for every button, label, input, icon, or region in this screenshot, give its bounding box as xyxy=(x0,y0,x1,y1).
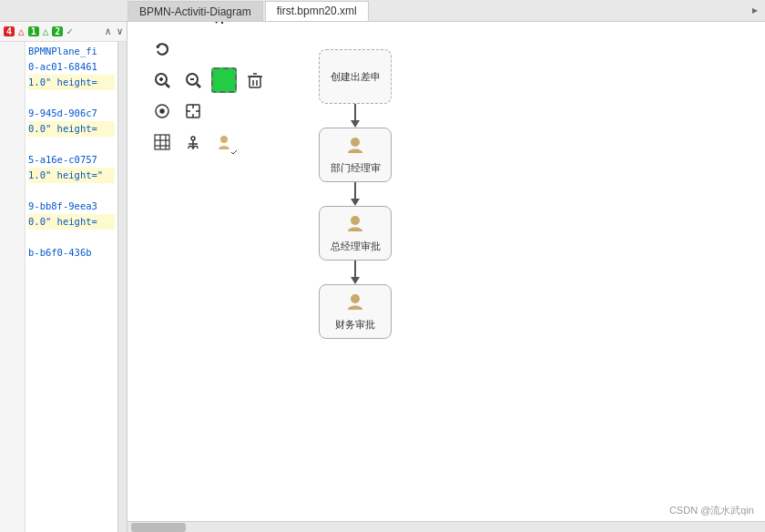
error-badge: 4 xyxy=(4,26,15,36)
focus-button[interactable] xyxy=(180,98,206,124)
bottom-scrollbar[interactable] xyxy=(128,521,765,532)
xml-editor-panel: 4 △ 1 △ 2 ✓ ∧ ∨ xyxy=(0,22,128,532)
user-icon-1 xyxy=(345,135,365,159)
svg-point-26 xyxy=(191,137,195,140)
toolbar-row-2 xyxy=(149,67,268,93)
code-line-6: 0.0" height= xyxy=(28,121,115,137)
grid-button[interactable] xyxy=(149,129,175,155)
expand-button[interactable] xyxy=(204,22,230,35)
vertical-scrollbar[interactable] xyxy=(117,42,127,532)
zoom-in-button[interactable] xyxy=(149,67,175,93)
node-dept-mgr-label: 部门经理审 xyxy=(331,161,381,175)
code-line-10 xyxy=(28,183,115,199)
node-create-trip-label: 创建出差申 xyxy=(331,70,381,84)
node-create-trip[interactable]: 创建出差申 xyxy=(319,49,392,104)
diagram-toolbar xyxy=(149,36,268,155)
scrollbar-thumb[interactable] xyxy=(131,523,186,532)
diagram-panel: 创建出差申 部门经理审 xyxy=(128,22,765,532)
svg-point-14 xyxy=(160,109,164,113)
error-triangle: △ xyxy=(18,26,25,37)
code-line-5: 9-945d-906c7 xyxy=(28,106,115,121)
svg-rect-7 xyxy=(217,73,231,87)
code-line-2: 0-ac01-68461 xyxy=(28,59,115,75)
tab-xml-file[interactable]: first.bpmn20.xml xyxy=(265,1,369,21)
svg-point-29 xyxy=(220,136,228,143)
node-general-mgr[interactable]: 总经理审批 xyxy=(319,206,392,261)
node-dept-mgr[interactable]: 部门经理审 xyxy=(319,128,392,182)
node-finance[interactable]: 财务审批 xyxy=(319,284,392,339)
svg-point-32 xyxy=(351,294,360,303)
code-line-8: 5-a16e-c0757 xyxy=(28,152,115,168)
user-icon-3 xyxy=(345,292,365,316)
code-line-7 xyxy=(28,137,115,152)
delete-button[interactable] xyxy=(242,67,268,93)
main-layout: 4 △ 1 △ 2 ✓ ∧ ∨ xyxy=(0,22,765,532)
code-line-12: 0.0" height= xyxy=(28,214,115,230)
node-finance-label: 财务审批 xyxy=(335,318,375,332)
arrow-1 xyxy=(349,104,362,128)
toolbar-row-3 xyxy=(149,98,268,124)
svg-line-20 xyxy=(216,22,222,23)
arrow-3 xyxy=(349,261,362,284)
select-button[interactable] xyxy=(211,67,237,93)
fit-button[interactable] xyxy=(149,98,175,124)
code-line-13 xyxy=(28,230,115,245)
tab-bpmn-diagram[interactable]: BPMN-Activiti-Diagram xyxy=(128,1,263,21)
zoom-out-button[interactable] xyxy=(180,67,206,93)
user-icon-2 xyxy=(345,213,365,238)
code-line-4 xyxy=(28,90,115,106)
code-line-1: BPMNPlane_fi xyxy=(28,44,115,59)
tab-bar: BPMN-Activiti-Diagram first.bpmn20.xml ▸ xyxy=(0,0,765,22)
tab-scroll-arrow[interactable]: ▸ xyxy=(752,4,758,16)
user-assign-button[interactable] xyxy=(211,129,237,155)
watermark: CSDN @流水武qin xyxy=(669,504,754,517)
flow-diagram: 创建出差申 部门经理审 xyxy=(319,49,392,339)
node-general-mgr-label: 总经理审批 xyxy=(331,240,381,253)
svg-line-3 xyxy=(166,84,169,87)
svg-point-30 xyxy=(351,138,360,147)
xml-code-area[interactable]: BPMNPlane_fi 0-ac01-68461 1.0" height= 9… xyxy=(0,42,127,532)
arrow-2 xyxy=(349,182,362,206)
toolbar-row-4 xyxy=(149,129,268,155)
anchor-button[interactable] xyxy=(180,129,206,155)
svg-point-31 xyxy=(351,216,360,225)
svg-rect-8 xyxy=(250,77,260,87)
ok-badge: 2 xyxy=(52,26,63,36)
toolbar-row-1 xyxy=(149,36,268,62)
svg-line-6 xyxy=(197,84,200,87)
code-line-11: 9-bb8f-9eea3 xyxy=(28,199,115,214)
code-content: BPMNPlane_fi 0-ac01-68461 1.0" height= 9… xyxy=(26,42,117,532)
warning-badge: 1 xyxy=(28,26,39,36)
line-numbers xyxy=(0,42,26,532)
svg-rect-21 xyxy=(155,135,169,149)
code-line-3: 1.0" height= xyxy=(28,75,115,90)
code-line-14: b-b6f0-436b xyxy=(28,245,115,261)
code-line-9: 1.0" height=" xyxy=(28,168,115,183)
nav-arrows[interactable]: ∧ ∨ xyxy=(105,26,123,37)
undo-button[interactable] xyxy=(149,36,175,62)
ok-check: ✓ xyxy=(66,26,73,37)
editor-status-bar: 4 △ 1 △ 2 ✓ ∧ ∨ xyxy=(0,22,127,42)
warning-triangle: △ xyxy=(43,26,49,37)
